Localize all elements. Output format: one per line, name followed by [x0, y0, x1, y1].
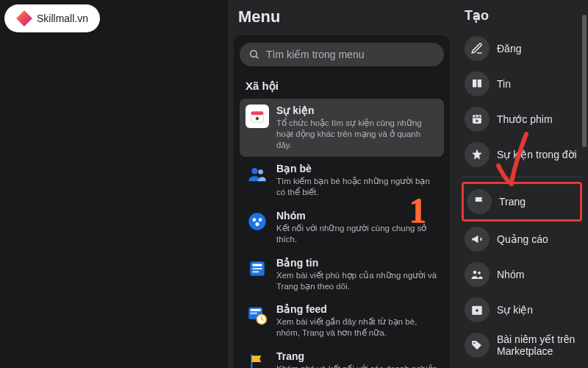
- svg-line-1: [256, 56, 258, 58]
- menu-item-desc: Xem bài viết gần đây nhất từ bạn bè, nhó…: [276, 316, 438, 339]
- create-item-label: Trang: [499, 196, 526, 208]
- newsfeed-icon: [245, 257, 269, 280]
- menu-item-desc: Tổ chức hoặc tìm sự kiện cùng những hoạt…: [276, 118, 438, 151]
- create-item-reel[interactable]: Thước phim: [462, 102, 582, 137]
- svg-rect-16: [251, 313, 257, 314]
- create-item-page[interactable]: Trang: [462, 182, 582, 222]
- menu-item-newsfeed[interactable]: Bảng tin Xem bài viết phù hợp của những …: [240, 251, 444, 298]
- menu-panel: Menu Tìm kiếm trong menu Xã hội Sự kiện …: [228, 0, 456, 368]
- svg-point-6: [248, 213, 265, 230]
- scrollbar[interactable]: [582, 15, 587, 353]
- create-item-marketplace[interactable]: Bài niêm yết trên Marketplace: [462, 328, 582, 363]
- svg-rect-11: [253, 263, 262, 266]
- create-item-label: Nhóm: [497, 269, 524, 280]
- menu-item-title: Trang: [276, 350, 438, 362]
- create-item-event[interactable]: Sự kiện: [462, 292, 582, 328]
- edit-icon: [465, 36, 490, 61]
- menu-item-desc: Xem bài viết phù hợp của những người và …: [276, 270, 438, 292]
- groups-icon: [245, 210, 269, 233]
- svg-point-0: [251, 51, 257, 57]
- feeds-clock-icon: [245, 303, 269, 327]
- svg-point-8: [259, 218, 262, 222]
- people-icon: [465, 262, 490, 287]
- menu-item-title: Bạn bè: [276, 163, 438, 174]
- star-icon: [465, 142, 490, 167]
- calendar-star-icon: [245, 105, 269, 128]
- create-item-label: Thước phim: [497, 113, 553, 125]
- svg-rect-18: [473, 115, 481, 124]
- create-title: Tạo: [462, 7, 582, 24]
- section-social-label: Xã hội: [240, 77, 444, 99]
- divider: [462, 177, 582, 177]
- create-item-life-event[interactable]: Sự kiện trong đời: [462, 137, 582, 172]
- svg-rect-15: [251, 309, 261, 311]
- svg-rect-3: [251, 112, 264, 116]
- skillmall-logo-icon: [16, 10, 32, 26]
- reel-icon: [465, 107, 490, 132]
- create-item-label: Quảng cáo: [497, 233, 548, 245]
- create-item-label: Sự kiện: [497, 304, 533, 316]
- flag-solid-icon: [467, 189, 492, 214]
- flag-icon: [245, 350, 269, 368]
- svg-point-19: [473, 271, 477, 275]
- create-item-post[interactable]: Đăng: [462, 31, 582, 66]
- svg-point-20: [478, 272, 481, 275]
- megaphone-icon: [465, 227, 490, 252]
- menu-item-title: Bảng tin: [276, 257, 438, 269]
- menu-title: Menu: [234, 7, 450, 26]
- book-icon: [465, 71, 490, 96]
- tag-icon: [465, 333, 490, 358]
- menu-search-input[interactable]: Tìm kiếm trong menu: [240, 43, 444, 66]
- create-item-label: Bài niêm yết trên Marketplace: [497, 333, 579, 357]
- svg-rect-13: [253, 271, 259, 272]
- menu-item-events[interactable]: Sự kiện Tổ chức hoặc tìm sự kiện cùng nh…: [240, 99, 444, 157]
- search-placeholder: Tìm kiếm trong menu: [266, 49, 364, 60]
- watermark-text: Skillmall.vn: [37, 13, 88, 24]
- menu-item-feeds[interactable]: Bảng feed Xem bài viết gần đây nhất từ b…: [240, 297, 444, 344]
- menu-item-desc: Khám phá và kết nối với các doanh nghiệp…: [276, 364, 438, 368]
- create-item-label: Tin: [497, 78, 511, 90]
- svg-point-5: [258, 169, 263, 174]
- scrollbar-thumb[interactable]: [582, 15, 587, 147]
- create-item-story[interactable]: Tin: [462, 66, 582, 102]
- calendar-plus-icon: [465, 297, 490, 322]
- create-item-ad[interactable]: Quảng cáo: [462, 222, 582, 257]
- menu-item-title: Bảng feed: [276, 303, 438, 315]
- search-icon: [248, 49, 260, 60]
- create-item-label: Sự kiện trong đời: [497, 149, 577, 160]
- create-panel: Tạo Đăng Tin Thước phim Sự kiện trong đờ…: [456, 0, 588, 368]
- svg-point-7: [253, 218, 257, 222]
- svg-rect-12: [253, 267, 262, 269]
- svg-point-4: [251, 168, 257, 174]
- svg-point-9: [255, 222, 259, 226]
- menu-item-pages[interactable]: Trang Khám phá và kết nối với các doanh …: [240, 344, 444, 368]
- friends-icon: [245, 163, 269, 186]
- watermark-badge: Skillmall.vn: [4, 4, 100, 32]
- create-item-label: Đăng: [497, 43, 521, 54]
- annotation-step-number: 1: [409, 190, 426, 230]
- svg-point-22: [473, 342, 475, 344]
- create-item-group[interactable]: Nhóm: [462, 257, 582, 292]
- menu-item-title: Sự kiện: [276, 105, 438, 116]
